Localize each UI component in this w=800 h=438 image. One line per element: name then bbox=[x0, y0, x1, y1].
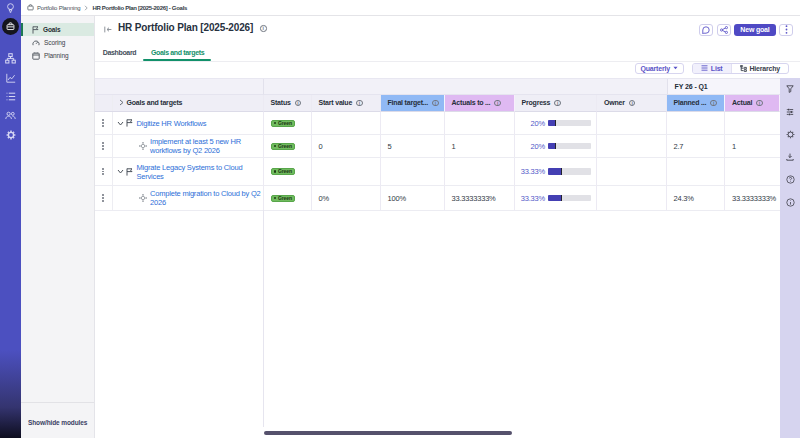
info-icon[interactable]: i bbox=[710, 100, 717, 107]
horizontal-scrollbar[interactable] bbox=[264, 431, 512, 435]
kebab-menu-button[interactable] bbox=[779, 24, 793, 37]
info-icon[interactable]: i bbox=[356, 100, 363, 107]
sitemap-icon[interactable] bbox=[0, 49, 21, 68]
progress-value: 33.33% bbox=[515, 194, 546, 203]
column-header-planned[interactable]: Planned ...i bbox=[667, 95, 726, 113]
tab-label: Dashboard bbox=[103, 49, 136, 56]
filter-icon[interactable] bbox=[783, 83, 797, 96]
target-name-link[interactable]: Implement at least 5 new HR workflows by… bbox=[150, 137, 241, 155]
target-crosshair-icon bbox=[139, 142, 147, 150]
collapse-row-icon[interactable] bbox=[117, 121, 124, 126]
row-kebab-menu[interactable] bbox=[95, 135, 113, 157]
cell-final-target: 5 bbox=[381, 135, 445, 158]
collapse-panel-icon[interactable] bbox=[104, 26, 112, 33]
view-list-button[interactable]: List bbox=[693, 64, 731, 73]
gear-icon[interactable] bbox=[783, 128, 797, 141]
chart-icon[interactable] bbox=[0, 68, 21, 87]
help-icon[interactable] bbox=[783, 173, 797, 186]
status-dot-icon bbox=[274, 122, 276, 124]
cell-planned: 24.3% bbox=[667, 186, 726, 211]
status-badge[interactable]: Green bbox=[271, 195, 295, 202]
tab-dashboard[interactable]: Dashboard bbox=[95, 49, 143, 61]
comments-button[interactable] bbox=[699, 24, 713, 37]
kebab-dots-icon bbox=[102, 142, 104, 149]
status-label: Green bbox=[278, 168, 292, 175]
breadcrumb-root[interactable]: Portfolio Planning bbox=[37, 5, 80, 11]
target-name-link[interactable]: Complete migration to Cloud by Q2 2026 bbox=[150, 189, 261, 207]
column-header-status[interactable]: Statusi bbox=[264, 95, 312, 113]
progress-fill bbox=[548, 120, 557, 127]
info-icon[interactable]: i bbox=[295, 100, 302, 107]
team-icon[interactable] bbox=[0, 106, 21, 125]
row-kebab-menu[interactable] bbox=[95, 186, 113, 210]
view-settings-icon[interactable] bbox=[783, 105, 797, 118]
status-badge[interactable]: Green bbox=[271, 143, 295, 150]
column-group-spacer bbox=[95, 79, 264, 95]
kebab-dots-icon bbox=[102, 119, 104, 126]
progress-cell: 33.33% bbox=[515, 186, 598, 211]
portfolio-module-button[interactable] bbox=[0, 17, 21, 36]
status-badge[interactable]: Green bbox=[271, 120, 295, 127]
cell-status: Green bbox=[264, 135, 312, 158]
goal-flag-icon bbox=[126, 119, 133, 127]
column-header-progress[interactable]: Progressi bbox=[515, 95, 598, 113]
progress-value: 20% bbox=[515, 119, 546, 128]
status-badge[interactable]: Green bbox=[271, 168, 295, 175]
main-content: HR Portfolio Plan [2025-2026] i New goal bbox=[95, 16, 800, 438]
column-header-start-value[interactable]: Start valuei bbox=[312, 95, 381, 113]
page-title: HR Portfolio Plan [2025-2026] bbox=[118, 22, 253, 33]
gear-icon[interactable] bbox=[0, 125, 21, 144]
progress-bar bbox=[548, 195, 592, 202]
progress-bar bbox=[548, 120, 592, 127]
pinned-column-divider bbox=[263, 210, 264, 427]
tab-goals-and-targets[interactable]: Goals and targets bbox=[143, 49, 211, 61]
goal-name-link[interactable]: Migrate Legacy Systems to Cloud Services bbox=[137, 163, 243, 181]
list-icon[interactable] bbox=[0, 87, 21, 106]
grid-tools-rail bbox=[780, 78, 800, 438]
goal-name-link[interactable]: Digitize HR Workflows bbox=[137, 119, 207, 128]
row-kebab-menu[interactable] bbox=[95, 158, 113, 185]
info-icon[interactable]: i bbox=[629, 100, 636, 107]
show-hide-modules-link[interactable]: Show/hide modules bbox=[21, 402, 94, 438]
column-group-fy26-q1: FY 26 - Q1 bbox=[667, 79, 781, 95]
info-icon[interactable]: i bbox=[756, 100, 763, 107]
title-info-icon[interactable]: i bbox=[260, 25, 267, 32]
column-header-owner[interactable]: Owneri bbox=[597, 95, 667, 113]
cell-actual bbox=[725, 158, 780, 186]
kebab-dots-icon bbox=[102, 194, 104, 201]
sidebar-item-planning[interactable]: Planning bbox=[21, 49, 94, 62]
breadcrumb-current: HR Portfolio Plan [2025-2026] - Goals bbox=[92, 5, 187, 11]
column-header-label: Goals and targets bbox=[127, 99, 183, 106]
row-kebab-menu[interactable] bbox=[95, 112, 113, 134]
lightbulb-icon[interactable] bbox=[0, 0, 21, 17]
info-icon[interactable]: i bbox=[432, 100, 439, 107]
info-icon[interactable] bbox=[783, 196, 797, 209]
breadcrumb: Portfolio Planning HR Portfolio Plan [20… bbox=[21, 0, 800, 16]
export-icon[interactable] bbox=[783, 151, 797, 164]
cell-actuals: 33.3333333% bbox=[445, 186, 515, 211]
period-dropdown[interactable]: Quarterly bbox=[635, 63, 684, 74]
view-hierarchy-button[interactable]: Hierarchy bbox=[731, 64, 789, 73]
info-icon[interactable]: i bbox=[554, 100, 561, 107]
sidebar-item-label: Planning bbox=[44, 52, 69, 59]
row-menu-gutter bbox=[95, 95, 113, 112]
column-header-actual[interactable]: Actuali bbox=[725, 95, 780, 113]
progress-cell: 20% bbox=[515, 112, 598, 135]
info-icon[interactable]: i bbox=[494, 100, 501, 107]
column-header-label: Owner bbox=[604, 99, 625, 106]
new-goal-button[interactable]: New goal bbox=[734, 24, 775, 37]
sidebar-item-goals[interactable]: Goals bbox=[21, 23, 94, 36]
column-header-actuals[interactable]: Actuals to ...i bbox=[445, 95, 515, 113]
collapse-row-icon[interactable] bbox=[117, 169, 124, 174]
expand-all-icon[interactable] bbox=[119, 99, 124, 106]
cell-status: Green bbox=[264, 112, 312, 135]
column-header-final-target[interactable]: Final target...i bbox=[381, 95, 445, 113]
status-label: Green bbox=[278, 195, 292, 202]
progress-fill bbox=[548, 168, 562, 175]
column-header-label: Progress bbox=[522, 99, 551, 106]
cell-actual: 1 bbox=[725, 135, 780, 158]
share-icon[interactable] bbox=[717, 24, 731, 37]
table-row: Implement at least 5 new HR workflows by… bbox=[95, 135, 780, 158]
column-header-goals-and-targets[interactable]: Goals and targets bbox=[95, 95, 264, 113]
sidebar-item-scoring[interactable]: Scoring bbox=[21, 36, 94, 49]
